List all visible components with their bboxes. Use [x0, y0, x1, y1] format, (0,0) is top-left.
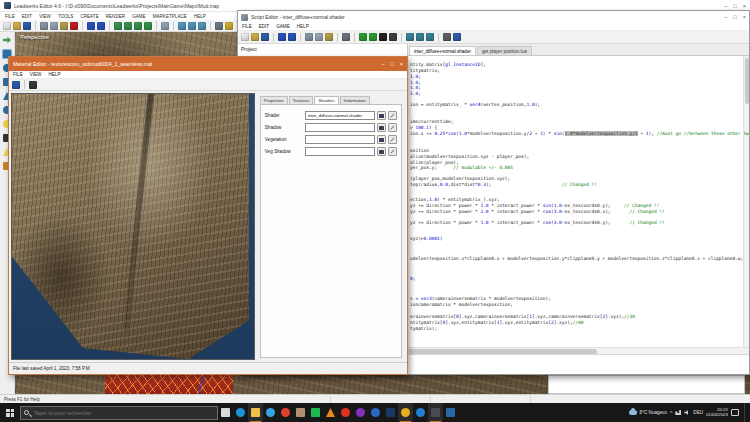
scale-tool-icon[interactable]: [144, 22, 152, 30]
menu-help[interactable]: HELP: [194, 14, 206, 19]
chevron-up-icon[interactable]: ^: [670, 410, 672, 416]
menu-help[interactable]: HELP: [48, 72, 60, 77]
browse-folder-button[interactable]: [377, 147, 386, 156]
spotify-icon[interactable]: [308, 403, 323, 422]
close-icon[interactable]: ×: [743, 14, 746, 20]
browse-folder-button[interactable]: [377, 111, 386, 120]
paste-icon[interactable]: [60, 22, 68, 30]
open-file-icon[interactable]: [13, 22, 21, 30]
photo-viewer-icon[interactable]: [443, 403, 458, 422]
stop-icon[interactable]: [379, 33, 387, 41]
script-tab-1[interactable]: get player position.lua: [477, 46, 532, 55]
menu-file[interactable]: FILE: [5, 14, 15, 19]
vegetation-tool-icon[interactable]: [198, 22, 206, 30]
script-tab-0[interactable]: inter_diffuse+normal.shader: [409, 46, 476, 55]
select-tool-icon[interactable]: [114, 22, 122, 30]
material-tab-shaders[interactable]: Shaders: [314, 96, 338, 105]
lock-icon[interactable]: [225, 22, 233, 30]
action-center-icon[interactable]: [731, 409, 739, 416]
search-input[interactable]: [32, 409, 214, 417]
weather-text[interactable]: 8°C Nuageux: [640, 410, 667, 415]
scrollbar-thumb[interactable]: [745, 58, 749, 104]
paint-tool-icon[interactable]: [188, 22, 196, 30]
material-preview[interactable]: [11, 93, 255, 360]
cortana-icon[interactable]: [263, 403, 278, 422]
keyboard-language[interactable]: DEU: [693, 410, 703, 415]
minimize-icon[interactable]: –: [724, 3, 727, 9]
show-desktop-button[interactable]: [744, 403, 747, 422]
code-editor[interactable]: ntity.matrix[gl_InstanceID];titymatrix;1…: [408, 56, 749, 347]
help-viewer-icon[interactable]: [368, 403, 383, 422]
chrome-profile-icon[interactable]: [398, 403, 413, 422]
help-icon[interactable]: [29, 81, 37, 89]
maximize-icon[interactable]: □: [733, 3, 736, 9]
gimp-icon[interactable]: [353, 403, 368, 422]
save-icon[interactable]: [12, 81, 20, 89]
menu-view[interactable]: VIEW: [30, 72, 42, 77]
edge-icon[interactable]: [233, 403, 248, 422]
menu-help[interactable]: HELP: [297, 24, 309, 29]
terrain-tool-icon[interactable]: [178, 22, 186, 30]
maximize-icon[interactable]: □: [733, 14, 736, 20]
teamviewer-icon[interactable]: [383, 403, 398, 422]
minimize-icon[interactable]: –: [724, 14, 727, 20]
run-debug-icon[interactable]: [369, 33, 377, 41]
browse-folder-button[interactable]: [377, 123, 386, 132]
csg-select-icon[interactable]: [161, 22, 169, 30]
help-icon[interactable]: [453, 33, 461, 41]
menu-game[interactable]: GAME: [276, 24, 290, 29]
new-file-icon[interactable]: [241, 33, 249, 41]
cut-icon[interactable]: [40, 22, 48, 30]
taskbar-clock[interactable]: 20:22 01/04/2023: [706, 408, 728, 418]
rotate-tool-icon[interactable]: [134, 22, 142, 30]
material-tab-information[interactable]: Information: [340, 96, 370, 105]
material-tab-properties[interactable]: Properties: [260, 96, 288, 105]
start-button[interactable]: [0, 403, 20, 422]
paste-icon[interactable]: [325, 33, 333, 41]
run-icon[interactable]: [359, 33, 367, 41]
maximize-icon[interactable]: □: [390, 61, 393, 67]
move-tool-icon[interactable]: [124, 22, 132, 30]
pause-icon[interactable]: [389, 33, 397, 41]
undo-icon[interactable]: [87, 22, 95, 30]
field-input-veg-shadow[interactable]: [305, 147, 375, 156]
menu-tools[interactable]: TOOLS: [58, 14, 74, 19]
volume-icon[interactable]: [684, 410, 690, 415]
copy-icon[interactable]: [50, 22, 58, 30]
minimize-icon[interactable]: –: [381, 61, 384, 67]
menu-create[interactable]: CREATE: [80, 14, 98, 19]
save-icon[interactable]: [23, 22, 31, 30]
close-icon[interactable]: ×: [743, 3, 746, 9]
options-icon[interactable]: [443, 33, 451, 41]
menu-file[interactable]: FILE: [242, 24, 252, 29]
field-input-shadow[interactable]: [305, 123, 375, 132]
camera-tool-icon[interactable]: [215, 22, 223, 30]
new-file-icon[interactable]: [3, 22, 11, 30]
save-icon[interactable]: [261, 33, 269, 41]
find-icon[interactable]: [342, 33, 350, 41]
open-file-icon[interactable]: [251, 33, 259, 41]
menu-game[interactable]: GAME: [132, 14, 146, 19]
browse-folder-button[interactable]: [377, 135, 386, 144]
step-out-icon[interactable]: [426, 33, 434, 41]
edit-button[interactable]: [388, 147, 397, 156]
undo-icon[interactable]: [278, 33, 286, 41]
menu-edit[interactable]: EDIT: [22, 14, 32, 19]
menu-edit[interactable]: EDIT: [259, 24, 269, 29]
edit-button[interactable]: [388, 111, 397, 120]
menu-render[interactable]: RENDER: [106, 14, 125, 19]
select-arrow-icon[interactable]: [2, 35, 12, 45]
field-input-shader[interactable]: [305, 111, 375, 120]
menu-file[interactable]: FILE: [13, 72, 23, 77]
opera-icon[interactable]: [338, 403, 353, 422]
horizontal-scrollbar[interactable]: [408, 347, 749, 354]
ok-app-icon[interactable]: [413, 403, 428, 422]
material-editor-titlebar[interactable]: Material Editor - texturescom_soilmud000…: [9, 57, 407, 71]
file-explorer-icon[interactable]: [248, 403, 263, 422]
leadwerks-taskbar-icon[interactable]: [428, 403, 443, 422]
menu-marketplace[interactable]: MARKETPLACE: [153, 14, 187, 19]
field-input-vegetation[interactable]: [305, 135, 375, 144]
delete-icon[interactable]: [70, 22, 78, 30]
menu-view[interactable]: VIEW: [39, 14, 51, 19]
redo-icon[interactable]: [288, 33, 296, 41]
